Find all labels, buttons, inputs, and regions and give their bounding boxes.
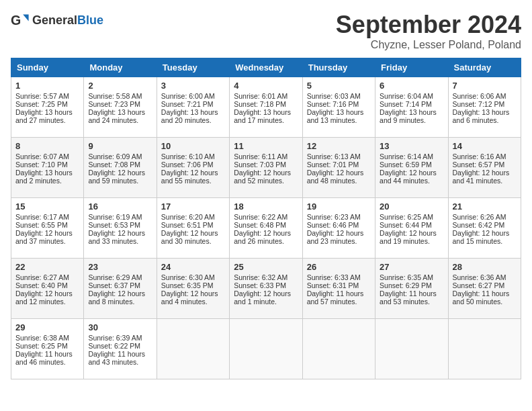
day-info: and 59 minutes. (88, 177, 152, 185)
col-header-saturday: Saturday (448, 58, 521, 77)
day-info: Daylight: 13 hours (234, 108, 298, 116)
calendar-week-row: 1Sunrise: 5:57 AMSunset: 7:25 PMDaylight… (11, 77, 521, 138)
day-number: 15 (15, 201, 79, 212)
day-number: 9 (88, 141, 152, 151)
day-info: and 1 minute. (234, 298, 298, 306)
day-info: Sunset: 6:48 PM (234, 221, 298, 229)
day-info: Daylight: 12 hours (380, 229, 443, 237)
col-header-wednesday: Wednesday (230, 58, 302, 77)
calendar-week-row: 22Sunrise: 6:27 AMSunset: 6:40 PMDayligh… (11, 259, 521, 319)
calendar-week-row: 15Sunrise: 6:17 AMSunset: 6:55 PMDayligh… (11, 198, 521, 259)
day-info: Sunrise: 6:29 AM (88, 273, 152, 281)
day-info: Sunset: 6:31 PM (307, 281, 371, 289)
day-info: Sunrise: 6:10 AM (161, 152, 225, 161)
day-info: and 20 minutes. (161, 116, 225, 124)
calendar-cell: 20Sunrise: 6:25 AMSunset: 6:44 PMDayligh… (375, 198, 448, 259)
col-header-friday: Friday (375, 58, 448, 77)
day-info: Daylight: 12 hours (88, 289, 152, 298)
day-number: 28 (453, 262, 517, 272)
calendar-cell: 29Sunrise: 6:38 AMSunset: 6:25 PMDayligh… (11, 319, 84, 379)
day-info: Sunset: 6:59 PM (380, 161, 443, 169)
day-number: 20 (380, 201, 443, 212)
day-info: and 24 minutes. (88, 116, 152, 124)
day-number: 1 (15, 81, 79, 91)
calendar-cell: 7Sunrise: 6:06 AMSunset: 7:12 PMDaylight… (448, 77, 521, 138)
day-info: Daylight: 12 hours (453, 169, 517, 177)
day-info: Sunset: 6:57 PM (453, 161, 517, 169)
day-info: Sunrise: 6:17 AM (15, 213, 79, 221)
day-info: Daylight: 13 hours (15, 169, 79, 177)
calendar-cell: 1Sunrise: 5:57 AMSunset: 7:25 PMDaylight… (11, 77, 84, 138)
day-number: 23 (88, 262, 152, 272)
day-info: and 4 minutes. (161, 298, 225, 306)
day-info: Daylight: 12 hours (88, 229, 152, 237)
calendar-table: SundayMondayTuesdayWednesdayThursdayFrid… (11, 58, 521, 379)
day-info: Sunrise: 6:39 AM (88, 334, 152, 342)
calendar-cell: 26Sunrise: 6:33 AMSunset: 6:31 PMDayligh… (302, 259, 375, 319)
calendar-cell: 18Sunrise: 6:22 AMSunset: 6:48 PMDayligh… (230, 198, 302, 259)
day-info: and 46 minutes. (15, 358, 79, 366)
day-info: Sunrise: 6:11 AM (234, 152, 298, 161)
calendar-week-row: 29Sunrise: 6:38 AMSunset: 6:25 PMDayligh… (11, 319, 521, 379)
calendar-cell: 9Sunrise: 6:09 AMSunset: 7:08 PMDaylight… (84, 138, 157, 198)
day-info: and 53 minutes. (380, 298, 443, 306)
day-info: Sunrise: 6:33 AM (307, 273, 371, 281)
day-info: Sunset: 7:01 PM (307, 161, 371, 169)
day-info: Sunset: 6:27 PM (453, 281, 517, 289)
calendar-cell: 2Sunrise: 5:58 AMSunset: 7:23 PMDaylight… (84, 77, 157, 138)
calendar-cell: 13Sunrise: 6:14 AMSunset: 6:59 PMDayligh… (375, 138, 448, 198)
day-info: and 23 minutes. (307, 237, 371, 245)
col-header-thursday: Thursday (302, 58, 375, 77)
day-info: Sunset: 6:53 PM (88, 221, 152, 229)
logo-blue: Blue (77, 13, 103, 27)
day-info: Sunrise: 5:57 AM (15, 92, 79, 100)
calendar-cell: 23Sunrise: 6:29 AMSunset: 6:37 PMDayligh… (84, 259, 157, 319)
day-number: 3 (161, 81, 225, 91)
day-info: and 30 minutes. (161, 237, 225, 245)
logo: G GeneralBlue (11, 11, 103, 30)
day-info: Sunrise: 6:06 AM (453, 92, 517, 100)
day-number: 22 (15, 262, 79, 272)
calendar-cell: 12Sunrise: 6:13 AMSunset: 7:01 PMDayligh… (302, 138, 375, 198)
day-info: and 6 minutes. (453, 116, 517, 124)
day-info: Sunrise: 6:13 AM (307, 152, 371, 161)
day-info: Sunset: 7:25 PM (15, 100, 79, 108)
day-info: Daylight: 11 hours (380, 289, 443, 298)
day-number: 29 (15, 322, 79, 332)
day-info: Daylight: 12 hours (15, 229, 79, 237)
day-info: Sunrise: 6:09 AM (88, 152, 152, 161)
col-header-sunday: Sunday (11, 58, 84, 77)
day-info: Sunset: 6:46 PM (307, 221, 371, 229)
day-info: and 17 minutes. (234, 116, 298, 124)
day-info: Daylight: 13 hours (453, 108, 517, 116)
day-info: Sunset: 6:35 PM (161, 281, 225, 289)
day-info: Sunset: 7:21 PM (161, 100, 225, 108)
day-info: Sunrise: 6:00 AM (161, 92, 225, 100)
day-number: 17 (161, 201, 225, 212)
day-info: Sunrise: 6:03 AM (307, 92, 371, 100)
day-number: 6 (380, 81, 443, 91)
calendar-cell: 21Sunrise: 6:26 AMSunset: 6:42 PMDayligh… (448, 198, 521, 259)
calendar-week-row: 8Sunrise: 6:07 AMSunset: 7:10 PMDaylight… (11, 138, 521, 198)
day-info: Sunrise: 6:27 AM (15, 273, 79, 281)
day-number: 8 (15, 141, 79, 151)
day-info: Daylight: 13 hours (161, 108, 225, 116)
col-header-tuesday: Tuesday (157, 58, 229, 77)
day-number: 26 (307, 262, 371, 272)
calendar-cell: 8Sunrise: 6:07 AMSunset: 7:10 PMDaylight… (11, 138, 84, 198)
location-title: Chyzne, Lesser Poland, Poland (336, 39, 521, 51)
day-info: Sunrise: 6:32 AM (234, 273, 298, 281)
day-info: Sunset: 6:33 PM (234, 281, 298, 289)
day-info: Sunset: 7:23 PM (88, 100, 152, 108)
calendar-cell (448, 319, 521, 379)
day-info: and 2 minutes. (15, 177, 79, 185)
calendar-cell: 30Sunrise: 6:39 AMSunset: 6:22 PMDayligh… (84, 319, 157, 379)
day-info: Sunset: 7:12 PM (453, 100, 517, 108)
day-info: and 37 minutes. (15, 237, 79, 245)
day-info: Daylight: 11 hours (307, 289, 371, 298)
day-info: Sunset: 7:10 PM (15, 161, 79, 169)
calendar-cell: 14Sunrise: 6:16 AMSunset: 6:57 PMDayligh… (448, 138, 521, 198)
day-info: Daylight: 12 hours (15, 289, 79, 298)
day-info: Daylight: 13 hours (88, 108, 152, 116)
day-info: Sunset: 6:22 PM (88, 342, 152, 350)
